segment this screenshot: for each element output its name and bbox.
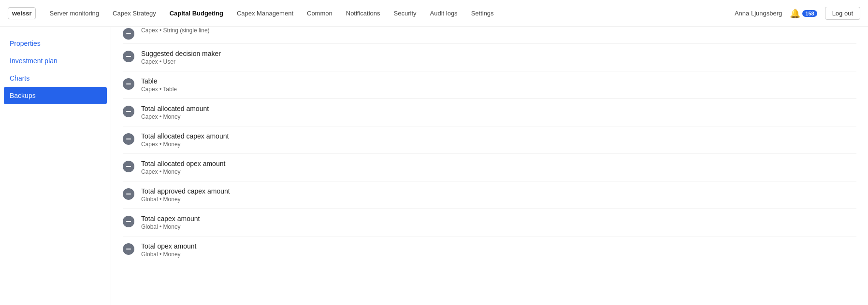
toggle-icon-4[interactable] <box>123 161 134 172</box>
partial-item-subtitle: Capex • String (single line) <box>141 27 210 34</box>
nav-capex-management[interactable]: Capex Management <box>231 7 299 20</box>
nav-notifications[interactable]: Notifications <box>340 7 386 20</box>
list-item: Total allocated capex amount Capex • Mon… <box>123 126 856 154</box>
item-subtitle-7: Global • Money <box>141 251 196 258</box>
logout-button[interactable]: Log out <box>825 7 860 20</box>
toggle-icon-7[interactable] <box>123 243 134 255</box>
item-subtitle-5: Global • Money <box>141 196 230 203</box>
top-nav: weissr Server monitoring Capex Strategy … <box>0 0 868 27</box>
sidebar-item-investment-plan[interactable]: Investment plan <box>0 52 111 69</box>
list-item: Total allocated amount Capex • Money <box>123 99 856 126</box>
item-title-1: Table <box>141 77 177 85</box>
list-item: Total opex amount Global • Money <box>123 236 856 263</box>
notification-count: 158 <box>802 10 817 17</box>
sidebar-item-properties[interactable]: Properties <box>0 35 111 52</box>
sidebar-item-backups[interactable]: Backups <box>4 87 107 104</box>
sidebar-item-charts[interactable]: Charts <box>0 69 111 87</box>
nav-capex-strategy[interactable]: Capex Strategy <box>107 7 162 20</box>
list-item: Total capex amount Global • Money <box>123 209 856 236</box>
toggle-icon-3[interactable] <box>123 133 134 145</box>
toggle-icon-2[interactable] <box>123 106 134 117</box>
item-subtitle-0: Capex • User <box>141 58 221 65</box>
nav-capital-budgeting[interactable]: Capital Budgeting <box>164 7 229 20</box>
main-layout: Properties Investment plan Charts Backup… <box>0 27 868 305</box>
item-subtitle-3: Capex • Money <box>141 141 229 148</box>
toggle-icon-5[interactable] <box>123 188 134 200</box>
sidebar: Properties Investment plan Charts Backup… <box>0 27 111 305</box>
notifications-bell[interactable]: 🔔 158 <box>790 8 817 19</box>
nav-security[interactable]: Security <box>388 7 422 20</box>
nav-audit-logs[interactable]: Audit logs <box>424 7 463 20</box>
main-content: Capex • String (single line) Suggested d… <box>111 27 868 305</box>
toggle-icon-0[interactable] <box>123 51 134 62</box>
user-name: Anna Ljungsberg <box>735 10 782 17</box>
list-item: Table Capex • Table <box>123 71 856 99</box>
item-title-6: Total capex amount <box>141 215 200 222</box>
item-title-5: Total approved capex amount <box>141 187 230 195</box>
item-title-4: Total allocated opex amount <box>141 160 225 167</box>
toggle-icon-1[interactable] <box>123 78 134 90</box>
toggle-icon-partial[interactable] <box>123 28 134 40</box>
bell-icon: 🔔 <box>790 8 800 19</box>
item-subtitle-1: Capex • Table <box>141 86 177 93</box>
item-title-0: Suggested decision maker <box>141 50 221 57</box>
nav-server-monitoring[interactable]: Server monitoring <box>43 7 105 20</box>
item-title-2: Total allocated amount <box>141 105 209 112</box>
toggle-icon-6[interactable] <box>123 216 134 227</box>
list-item: Total approved capex amount Global • Mon… <box>123 181 856 209</box>
nav-settings[interactable]: Settings <box>465 7 500 20</box>
list-item-partial: Capex • String (single line) <box>123 27 856 44</box>
item-title-3: Total allocated capex amount <box>141 132 229 140</box>
list-item: Total allocated opex amount Capex • Mone… <box>123 154 856 181</box>
list-item: Suggested decision maker Capex • User <box>123 44 856 71</box>
item-subtitle-2: Capex • Money <box>141 113 209 120</box>
logo: weissr <box>8 7 36 19</box>
item-subtitle-6: Global • Money <box>141 223 200 230</box>
item-title-7: Total opex amount <box>141 242 196 250</box>
item-subtitle-4: Capex • Money <box>141 168 225 175</box>
nav-common[interactable]: Common <box>301 7 338 20</box>
